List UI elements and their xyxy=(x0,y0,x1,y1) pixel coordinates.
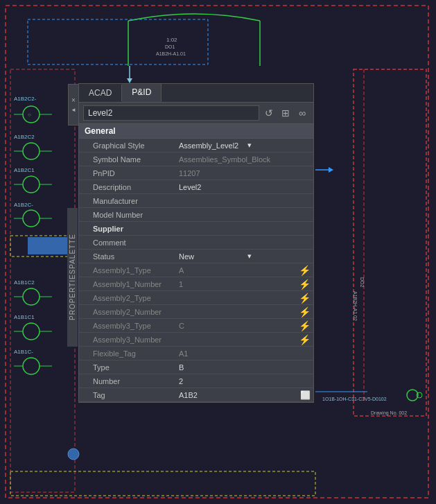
prop-number: Number 2 xyxy=(79,374,313,388)
prop-label-graphical-style: Graphical Style xyxy=(79,140,176,151)
svg-text:A1B2C2: A1B2C2 xyxy=(14,134,35,140)
prop-comment: Comment xyxy=(79,236,313,250)
lightning-icon-1[interactable]: ⚡ xyxy=(296,265,313,276)
prop-label-assembly3-type: Assembly3_Type xyxy=(79,320,176,331)
prop-value-symbol-name: Assemblies_Symbol_Block xyxy=(176,154,313,165)
prop-value-status[interactable]: New ▾ xyxy=(176,250,313,262)
svg-text:A1B2H-A1.02: A1B2H-A1.02 xyxy=(353,291,358,321)
prop-label-status: Status xyxy=(79,251,176,262)
prop-description: Description Level2 xyxy=(79,180,313,194)
prop-label-number: Number xyxy=(79,376,176,387)
prop-pnpid: PnPID 11207 xyxy=(79,166,313,180)
prop-value-assembly1-number: 1 xyxy=(176,279,296,290)
svg-text:A1B2C2-: A1B2C2- xyxy=(14,96,37,102)
prop-type: Type B xyxy=(79,360,313,374)
svg-text:Drawing No. 002: Drawing No. 002 xyxy=(371,410,407,416)
prop-graphical-style: Graphical Style Assembly_Level2 ▾ xyxy=(79,139,313,153)
collapse-icon: ◄ xyxy=(71,107,76,113)
prop-value-type[interactable]: B xyxy=(176,362,313,373)
prop-label-type: Type xyxy=(79,362,176,373)
prop-label-symbol-name: Symbol Name xyxy=(79,154,176,165)
tab-acad[interactable]: ACAD xyxy=(79,85,122,101)
prop-value-manufacturer[interactable] xyxy=(176,200,313,202)
panel-tabs: ACAD P&ID xyxy=(79,84,313,103)
prop-value-assembly3-number xyxy=(176,338,296,341)
close-icon: × xyxy=(71,96,76,104)
prop-assembly1-number: Assembly1_Number 1 ⚡ xyxy=(79,277,313,291)
prop-value-assembly2-number xyxy=(176,311,296,313)
svg-text:A1B2C-: A1B2C- xyxy=(14,202,33,208)
prop-label-flexible-tag: Flexible_Tag xyxy=(79,348,176,359)
prop-label-model-number: Model Number xyxy=(79,209,176,220)
grid-icon[interactable]: ⊞ xyxy=(279,106,293,120)
prop-label-assembly1-type: Assembly1_Type xyxy=(79,265,176,276)
prop-value-pnpid: 11207 xyxy=(176,168,313,179)
prop-label-assembly2-type: Assembly2_Type xyxy=(79,293,176,304)
panel-collapse-btn[interactable]: × ◄ xyxy=(68,84,79,125)
prop-label-supplier: Supplier xyxy=(79,223,176,234)
prop-value-comment[interactable] xyxy=(176,241,313,244)
lightning-icon-6[interactable]: ⚡ xyxy=(296,334,313,345)
prop-manufacturer: Manufacturer xyxy=(79,194,313,208)
prop-label-assembly2-number: Assembly2_Number xyxy=(79,306,176,318)
prop-value-tag[interactable]: A1B2 xyxy=(176,390,297,401)
prop-tag: Tag A1B2 ⬜ xyxy=(79,388,313,402)
prop-assembly3-number: Assembly3_Number ⚡ xyxy=(79,333,313,347)
lightning-icon-5[interactable]: ⚡ xyxy=(296,320,313,331)
section-general: General xyxy=(79,124,313,139)
panel-header: Level2 ↺ ⊞ ∞ xyxy=(79,103,313,124)
prop-label-description: Description xyxy=(79,182,176,193)
svg-text:DO1: DO1 xyxy=(165,44,175,49)
properties-palette-label: PROPERTIESPALETTE xyxy=(67,208,78,347)
svg-text:A1B1C-: A1B1C- xyxy=(14,349,33,355)
svg-text:○: ○ xyxy=(28,112,31,118)
dropdown-arrow-status: ▾ xyxy=(245,250,313,262)
link-icon[interactable]: ∞ xyxy=(295,106,309,120)
prop-assembly2-type: Assembly2_Type ⚡ xyxy=(79,291,313,305)
prop-assembly1-type: Assembly1_Type A ⚡ xyxy=(79,263,313,277)
prop-value-supplier[interactable] xyxy=(176,227,313,230)
svg-text:DO2: DO2 xyxy=(360,277,365,288)
svg-text:1:02: 1:02 xyxy=(166,37,177,43)
prop-model-number: Model Number xyxy=(79,208,313,222)
prop-symbol-name: Symbol Name Assemblies_Symbol_Block xyxy=(79,153,313,166)
prop-value-number[interactable]: 2 xyxy=(176,376,313,387)
lightning-icon-2[interactable]: ⚡ xyxy=(296,279,313,290)
svg-text:A1B2H-A1.01: A1B2H-A1.01 xyxy=(156,51,186,56)
svg-text:A1B1C2: A1B1C2 xyxy=(14,279,35,286)
prop-value-description[interactable]: Level2 xyxy=(176,182,313,193)
tag-icon[interactable]: ⬜ xyxy=(297,390,313,400)
dropdown-arrow-graphical: ▾ xyxy=(245,139,313,151)
refresh-icon[interactable]: ↺ xyxy=(262,106,276,120)
svg-text:1O1B-1OH-C31-C3V5-D0102: 1O1B-1OH-C31-C3V5-D0102 xyxy=(322,397,387,401)
svg-rect-29 xyxy=(28,237,69,254)
prop-label-pnpid: PnPID xyxy=(79,168,176,179)
lightning-icon-3[interactable]: ⚡ xyxy=(296,293,313,304)
prop-label-assembly3-number: Assembly3_Number xyxy=(79,334,176,345)
prop-value-assembly1-type: A xyxy=(176,265,296,276)
tab-pid[interactable]: P&ID xyxy=(122,84,162,102)
prop-label-tag: Tag xyxy=(79,390,176,401)
prop-assembly2-number: Assembly2_Number ⚡ xyxy=(79,305,313,319)
header-icons: ↺ ⊞ ∞ xyxy=(262,106,309,120)
prop-supplier: Supplier xyxy=(79,222,313,236)
svg-text:A1B1C1: A1B1C1 xyxy=(14,314,35,320)
svg-text:A1B2C1: A1B2C1 xyxy=(14,167,35,173)
prop-value-assembly2-type xyxy=(176,297,296,299)
prop-assembly3-type: Assembly3_Type C ⚡ xyxy=(79,319,313,333)
prop-flexible-tag: Flexible_Tag A1 xyxy=(79,347,313,360)
lightning-icon-4[interactable]: ⚡ xyxy=(296,306,313,318)
prop-value-model-number[interactable] xyxy=(176,214,313,216)
prop-label-comment: Comment xyxy=(79,237,176,248)
properties-panel: × ◄ ACAD P&ID Level2 ↺ ⊞ ∞ General Graph… xyxy=(78,83,314,403)
prop-label-assembly1-number: Assembly1_Number xyxy=(79,279,176,290)
prop-label-manufacturer: Manufacturer xyxy=(79,195,176,207)
prop-status: Status New ▾ xyxy=(79,250,313,263)
svg-point-54 xyxy=(68,449,79,460)
prop-value-flexible-tag: A1 xyxy=(176,348,313,359)
prop-value-assembly3-type: C xyxy=(176,320,296,331)
level-select[interactable]: Level2 xyxy=(83,105,259,121)
prop-value-graphical-style[interactable]: Assembly_Level2 ▾ xyxy=(176,139,313,151)
